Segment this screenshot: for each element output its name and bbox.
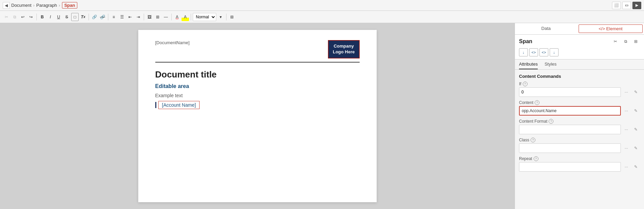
clear-format-btn[interactable]: Tx — [79, 13, 87, 21]
indent-decrease-btn[interactable]: ⇤ — [126, 13, 134, 21]
company-logo-line2: Logo Here — [333, 49, 355, 55]
link-btn[interactable]: 🔗 — [91, 13, 98, 21]
toolbar-sep-7 — [226, 14, 226, 20]
repeat-edit-btn[interactable]: ✎ — [632, 163, 640, 171]
doc-editable-area[interactable]: Editable area — [155, 83, 360, 89]
italic-btn[interactable]: I — [47, 13, 54, 21]
company-logo: Company Logo Here — [328, 40, 359, 58]
redo-btn[interactable]: ↪ — [27, 13, 35, 21]
panel-top-area: Span ✂ ⧉ ⊞ ↓ <> <> ↓ — [515, 35, 644, 59]
underline-btn[interactable]: U — [55, 13, 62, 21]
panel-title: Span — [519, 38, 532, 45]
content-edit-btn[interactable]: ✎ — [632, 107, 640, 115]
nav-left-bracket-btn[interactable]: <> — [529, 48, 538, 56]
content-input[interactable] — [519, 106, 621, 116]
strikethrough-btn[interactable]: S — [63, 13, 70, 21]
panel-title-icons: ✂ ⧉ ⊞ — [611, 37, 640, 46]
content-format-field-row: ··· ✎ — [519, 125, 640, 134]
class-field-row: ··· ✎ — [519, 143, 640, 153]
nav-down-btn-1[interactable]: ↓ — [519, 48, 528, 56]
company-logo-line1: Company — [333, 43, 355, 49]
dropdown-arrow-btn[interactable]: ▾ — [217, 13, 224, 21]
hr-btn[interactable]: — — [162, 13, 170, 21]
doc-name-field: [DocumentName] — [155, 40, 190, 45]
toolbar-sep-2 — [89, 14, 89, 20]
cut-btn[interactable]: ✂ — [3, 13, 10, 21]
bold-btn[interactable]: B — [38, 13, 46, 21]
paragraph-style-select[interactable]: Normal — [193, 13, 216, 21]
tab-data[interactable]: Data — [515, 23, 577, 34]
undo-btn[interactable]: ↩ — [19, 13, 27, 21]
repeat-field-row: ··· ✎ — [519, 162, 640, 172]
scissors-icon[interactable]: ✂ — [611, 37, 619, 46]
copy-btn[interactable]: ⧉ — [11, 13, 18, 21]
panel-nav-arrow[interactable]: ▶ — [632, 2, 641, 9]
toolbar-sep-5 — [171, 14, 172, 20]
panel-nav-row: ↓ <> <> ↓ — [515, 47, 644, 59]
nav-right-bracket-btn[interactable]: <> — [539, 48, 548, 56]
format-box-btn[interactable]: □ — [71, 13, 79, 21]
repeat-label: Repeat ? — [519, 156, 640, 161]
breadcrumb-sep-2: › — [59, 3, 60, 8]
content-format-edit-btn[interactable]: ✎ — [632, 125, 640, 134]
toolbar-sep-1 — [36, 14, 37, 20]
tab-styles[interactable]: Styles — [545, 62, 556, 69]
bg-color-btn[interactable]: A — [182, 13, 189, 21]
breadcrumb-document[interactable]: Document — [11, 3, 31, 8]
topbar-right: ⬜ ▭ ▶ — [612, 2, 641, 9]
indent-increase-btn[interactable]: ⇥ — [135, 13, 142, 21]
class-label: Class ? — [519, 138, 640, 142]
editor-area[interactable]: [DocumentName] Company Logo Here Documen… — [0, 23, 515, 209]
editor-toolbar: ✂ ⧉ ↩ ↪ B I U S □ Tx 🔗 🔗 ≡ ☰ ⇤ ⇥ 🖼 ⊞ — A… — [0, 11, 644, 23]
tab-element[interactable]: </> Element — [579, 24, 643, 33]
doc-account-row: [Account Name] — [155, 101, 360, 109]
repeat-more-btn[interactable]: ··· — [622, 163, 630, 171]
main-layout: [DocumentName] Company Logo Here Documen… — [0, 23, 644, 209]
panel-tabs-row: Attributes Styles — [515, 59, 644, 70]
copy-icon[interactable]: ⧉ — [622, 37, 630, 46]
content-help-icon[interactable]: ? — [535, 100, 539, 105]
tab-attributes[interactable]: Attributes — [519, 62, 538, 69]
content-format-input[interactable] — [519, 125, 621, 134]
content-format-help-icon[interactable]: ? — [549, 119, 553, 124]
panel-toggle-btn-2[interactable]: ▭ — [622, 2, 631, 9]
doc-title: Document title — [155, 69, 360, 80]
ordered-list-btn[interactable]: ≡ — [110, 13, 117, 21]
if-edit-btn[interactable]: ✎ — [632, 88, 640, 96]
breadcrumb-paragraph[interactable]: Paragraph — [36, 3, 57, 8]
unlink-btn[interactable]: 🔗 — [99, 13, 106, 21]
back-arrow-btn[interactable]: ◀ — [3, 2, 10, 9]
toolbar-sep-6 — [191, 14, 191, 20]
right-panel: Data </> Element Span ✂ ⧉ ⊞ ↓ <> <> ↓ At — [515, 23, 644, 209]
table-btn[interactable]: ⊞ — [154, 13, 161, 21]
breadcrumb-sep-1: › — [33, 3, 34, 8]
right-panel-header: Data </> Element — [515, 23, 644, 35]
settings-icon[interactable]: ⊞ — [632, 37, 640, 46]
toolbar-sep-4 — [144, 14, 144, 20]
if-field-row: ··· ✎ — [519, 87, 640, 97]
image-btn[interactable]: 🖼 — [146, 13, 153, 21]
source-btn[interactable]: ⊞ — [228, 13, 236, 21]
content-field-row: ··· ✎ — [519, 106, 640, 116]
class-more-btn[interactable]: ··· — [622, 144, 630, 152]
repeat-input[interactable] — [519, 162, 621, 172]
content-label: Content ? — [519, 100, 640, 105]
if-label: If ? — [519, 82, 640, 86]
class-help-icon[interactable]: ? — [531, 138, 535, 142]
content-commands-title: Content Commands — [519, 74, 640, 79]
panel-toggle-btn-1[interactable]: ⬜ — [612, 2, 621, 9]
if-more-btn[interactable]: ··· — [622, 88, 630, 96]
account-name-box[interactable]: [Account Name] — [158, 101, 200, 109]
class-edit-btn[interactable]: ✎ — [632, 144, 640, 152]
doc-example-text: Example text — [155, 93, 360, 98]
if-input[interactable] — [519, 87, 621, 97]
nav-down-btn-2[interactable]: ↓ — [550, 48, 559, 56]
content-format-more-btn[interactable]: ··· — [622, 125, 630, 134]
font-color-btn[interactable]: A — [173, 13, 181, 21]
if-help-icon[interactable]: ? — [523, 82, 528, 86]
class-input[interactable] — [519, 143, 621, 153]
content-more-btn[interactable]: ··· — [622, 107, 630, 115]
repeat-help-icon[interactable]: ? — [534, 156, 538, 161]
breadcrumb-span[interactable]: Span — [62, 2, 78, 8]
unordered-list-btn[interactable]: ☰ — [118, 13, 126, 21]
